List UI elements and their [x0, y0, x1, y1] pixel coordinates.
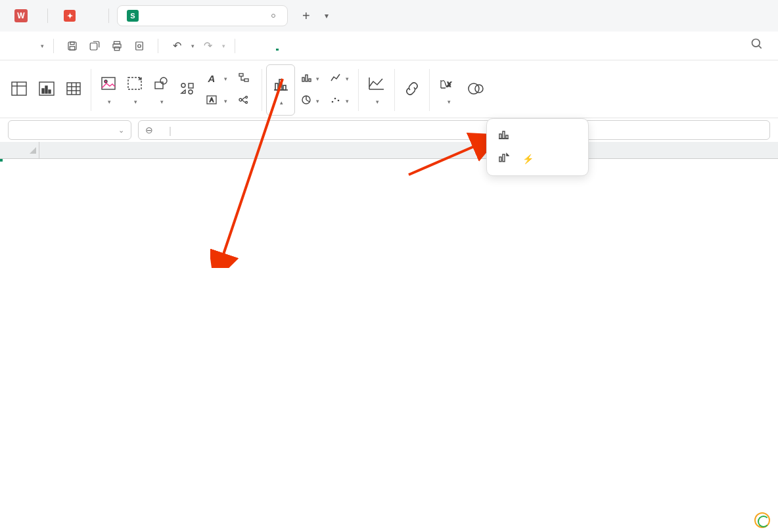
svg-rect-2	[70, 46, 75, 49]
svg-rect-57	[506, 135, 508, 139]
pie-chart-button[interactable]: ▾	[298, 91, 322, 112]
label: ▾	[375, 96, 379, 106]
flowchart-button[interactable]	[235, 68, 255, 89]
chevron-down-icon[interactable]: ▾	[41, 43, 44, 49]
tab-member[interactable]	[432, 41, 435, 51]
svg-rect-1	[70, 42, 74, 45]
bar-chart-icon	[300, 73, 312, 84]
label: ▾	[106, 96, 111, 106]
tab-active-document[interactable]: S	[117, 5, 288, 26]
symbol-button[interactable]	[463, 64, 489, 116]
chart-icon	[497, 129, 509, 142]
bolt-icon: ⚡	[522, 154, 534, 164]
separator	[358, 69, 359, 111]
tab-start[interactable]	[254, 41, 256, 51]
svg-rect-6	[114, 47, 120, 50]
tab-menu-icon[interactable]	[271, 14, 275, 18]
print-preview-icon[interactable]	[130, 37, 149, 55]
equation-button[interactable]: x ▾	[434, 64, 463, 116]
all-charts-button[interactable]: ▴	[266, 64, 295, 116]
pie-chart-icon	[300, 95, 312, 106]
svg-rect-58	[499, 157, 501, 162]
svg-point-9	[752, 39, 760, 47]
sparkline-button[interactable]: ▾	[363, 64, 390, 116]
pivot-chart-button[interactable]	[33, 64, 60, 116]
tab-templates[interactable]: ✦	[56, 6, 101, 26]
textbox-button[interactable]: A▾	[203, 91, 230, 112]
redo-icon[interactable]: ↷	[198, 37, 217, 55]
separator	[429, 69, 430, 111]
svg-text:x: x	[446, 79, 451, 89]
template-icon: ✦	[64, 10, 76, 22]
chevron-down-icon[interactable]: ⌄	[118, 126, 124, 135]
title-bar: W ✦ S + ▾	[0, 0, 778, 32]
svg-line-10	[759, 46, 762, 49]
tab-review[interactable]	[365, 41, 368, 51]
select-all-corner[interactable]	[0, 142, 39, 158]
tab-formula[interactable]	[321, 41, 323, 51]
tab-data[interactable]	[343, 41, 346, 51]
bar-chart-button[interactable]: ▾	[298, 68, 322, 89]
save-icon[interactable]	[63, 37, 81, 55]
shapes-icon	[153, 74, 169, 93]
tab-efficiency[interactable]	[455, 41, 457, 51]
svg-point-30	[189, 90, 193, 94]
screenshot-button[interactable]: ▾	[122, 64, 148, 116]
pivot-table-button[interactable]	[5, 64, 33, 116]
add-tab-button[interactable]: +	[293, 9, 319, 24]
svg-point-35	[239, 99, 242, 101]
menu-all-charts[interactable]	[487, 124, 588, 147]
undo-icon[interactable]: ↶	[168, 37, 186, 55]
tab-page[interactable]	[298, 41, 301, 51]
search-icon[interactable]	[744, 37, 770, 54]
separator	[235, 39, 235, 53]
svg-rect-40	[279, 79, 282, 90]
hyperlink-icon	[404, 79, 420, 99]
hamburger-icon[interactable]	[8, 37, 26, 55]
shapes-button[interactable]: ▾	[148, 64, 174, 116]
tab-view[interactable]	[388, 41, 390, 51]
svg-rect-29	[189, 83, 193, 88]
line-chart-button[interactable]: ▾	[327, 68, 352, 89]
mindmap-button[interactable]	[235, 91, 255, 112]
cancel-icon[interactable]: ⊖	[145, 125, 153, 135]
chevron-down-icon[interactable]: ▾	[222, 43, 225, 49]
scatter-chart-button[interactable]: ▾	[327, 91, 352, 112]
tab-tools[interactable]	[410, 41, 413, 51]
icons-button[interactable]	[174, 64, 200, 116]
label: ▾	[446, 96, 451, 106]
table-button[interactable]	[60, 64, 87, 116]
menu-bar: ▾ ↶ ▾ ↷ ▾	[0, 32, 778, 60]
wordart-button[interactable]: A▾	[203, 68, 230, 89]
hyperlink-button[interactable]	[399, 64, 425, 116]
svg-point-36	[246, 97, 248, 99]
watermark-logo-icon	[754, 512, 770, 528]
spreadsheet	[0, 142, 778, 159]
svg-rect-23	[102, 78, 115, 89]
print-icon[interactable]	[108, 37, 126, 55]
line-chart-icon	[330, 73, 342, 84]
svg-point-48	[338, 100, 340, 102]
svg-point-28	[181, 83, 185, 87]
tab-insert[interactable]	[276, 41, 279, 51]
formula-input[interactable]: ⊖ |	[138, 120, 770, 140]
svg-rect-17	[49, 90, 51, 93]
equation-icon: x	[439, 74, 457, 93]
svg-rect-15	[42, 89, 44, 93]
spreadsheet-icon: S	[127, 10, 139, 22]
separator	[108, 9, 109, 23]
pivot-table-icon	[11, 79, 28, 99]
chart-icon	[272, 74, 289, 94]
scatter-chart-icon	[330, 95, 342, 106]
tabs-dropdown-icon[interactable]: ▾	[325, 11, 329, 20]
svg-point-37	[246, 102, 248, 104]
ribbon-tabs	[254, 41, 457, 51]
save-as-icon[interactable]	[85, 37, 104, 55]
svg-rect-39	[275, 83, 278, 90]
menu-quick-chart[interactable]: ⚡	[487, 147, 588, 170]
label: ▾	[133, 96, 137, 106]
mindmap-icon	[238, 95, 250, 106]
chevron-down-icon[interactable]: ▾	[191, 43, 194, 49]
picture-button[interactable]: ▾	[95, 64, 122, 116]
name-box[interactable]: ⌄	[8, 120, 131, 140]
